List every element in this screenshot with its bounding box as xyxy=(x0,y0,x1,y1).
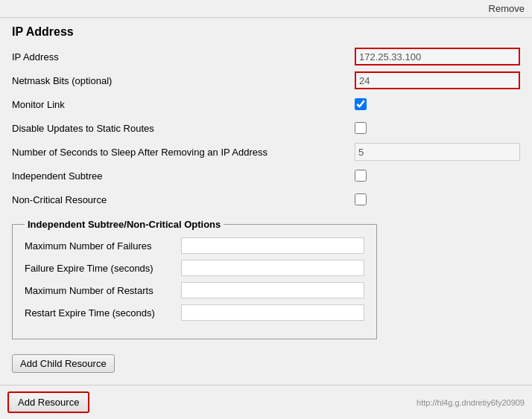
max-restarts-row: Maximum Number of Restarts xyxy=(25,282,364,298)
max-restarts-label: Maximum Number of Restarts xyxy=(25,285,181,296)
disable-updates-label: Disable Updates to Static Routes xyxy=(12,123,355,134)
status-text: http://hl4g.g.dndretiy6fy20909 xyxy=(417,398,525,407)
netmask-label: Netmask Bits (optional) xyxy=(12,75,355,86)
restart-expire-input[interactable] xyxy=(181,304,364,321)
add-child-resource-button[interactable]: Add Child Resource xyxy=(12,354,115,373)
ip-address-input[interactable] xyxy=(355,48,520,65)
bottom-bar: Add Resource http://hl4g.g.dndretiy6fy20… xyxy=(0,385,532,419)
max-restarts-input[interactable] xyxy=(181,282,364,298)
restart-expire-row: Restart Expire Time (seconds) xyxy=(25,304,364,321)
disable-updates-checkbox[interactable] xyxy=(355,122,367,134)
fieldset-legend: Independent Subtree/Non-Critical Options xyxy=(25,219,224,230)
subtree-options-fieldset: Independent Subtree/Non-Critical Options… xyxy=(12,219,377,339)
sleep-seconds-input[interactable] xyxy=(355,143,520,161)
non-critical-label: Non-Critical Resource xyxy=(12,194,355,205)
sleep-seconds-row: Number of Seconds to Sleep After Removin… xyxy=(12,143,520,161)
main-container: Remove IP Address IP Address Netmask Bit… xyxy=(0,0,532,419)
independent-subtree-row: Independent Subtree xyxy=(12,167,520,185)
ip-address-label: IP Address xyxy=(12,51,355,63)
content-area: IP Address IP Address Netmask Bits (opti… xyxy=(0,18,532,385)
section-title: IP Address xyxy=(12,25,520,39)
netmask-row: Netmask Bits (optional) xyxy=(12,71,520,89)
non-critical-row: Non-Critical Resource xyxy=(12,191,520,208)
restart-expire-label: Restart Expire Time (seconds) xyxy=(25,307,181,319)
non-critical-checkbox[interactable] xyxy=(355,193,367,205)
max-failures-label: Maximum Number of Failures xyxy=(25,240,181,252)
ip-address-row: IP Address xyxy=(12,48,520,65)
failure-expire-label: Failure Expire Time (seconds) xyxy=(25,263,181,274)
failure-expire-input[interactable] xyxy=(181,260,364,276)
max-failures-row: Maximum Number of Failures xyxy=(25,237,364,254)
max-failures-input[interactable] xyxy=(181,237,364,254)
failure-expire-row: Failure Expire Time (seconds) xyxy=(25,260,364,276)
remove-link[interactable]: Remove xyxy=(489,3,525,14)
independent-subtree-label: Independent Subtree xyxy=(12,170,355,182)
independent-subtree-checkbox[interactable] xyxy=(355,170,367,182)
top-bar: Remove xyxy=(0,0,532,18)
monitor-link-row: Monitor Link xyxy=(12,95,520,113)
monitor-link-checkbox[interactable] xyxy=(355,98,367,110)
disable-updates-row: Disable Updates to Static Routes xyxy=(12,119,520,137)
sleep-seconds-label: Number of Seconds to Sleep After Removin… xyxy=(12,147,355,158)
netmask-input[interactable] xyxy=(355,71,520,89)
monitor-link-label: Monitor Link xyxy=(12,99,355,110)
add-resource-button[interactable]: Add Resource xyxy=(7,391,89,413)
